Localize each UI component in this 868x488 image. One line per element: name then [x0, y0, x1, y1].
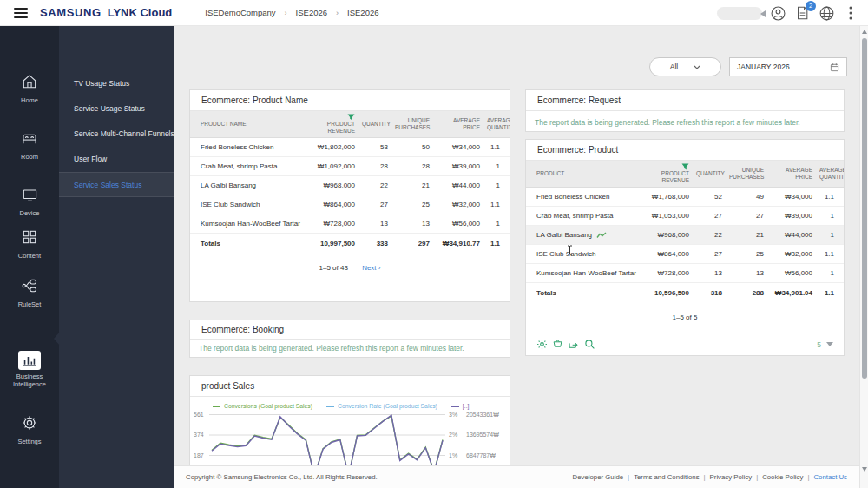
table-cell: ₩728,000	[301, 220, 358, 228]
card-ecommerce-request: Ecommerce: Request The report data is be…	[525, 89, 845, 132]
notification-badge: 2	[806, 1, 816, 11]
card-product-sales: product Sales Conversions (Goal product …	[189, 375, 510, 466]
column-header[interactable]: QUANTITY	[693, 170, 726, 177]
table-row[interactable]: ISE Club Sandwich₩864,0002725₩32,0001.1	[526, 245, 844, 264]
submenu-item-service-sales-status[interactable]: Service Sales Status	[59, 172, 174, 197]
column-header[interactable]: AVERAGE PRICE	[433, 117, 483, 131]
table-cell: ₩56,000	[767, 269, 816, 277]
account-button[interactable]	[769, 4, 786, 22]
app-logo[interactable]: SAMSUNG LYNK Cloud	[40, 6, 172, 19]
y-axis-tick: 187	[194, 452, 204, 458]
table-cell: ₩968,000	[637, 231, 693, 239]
sidebar-item-device[interactable]: Device	[0, 187, 59, 217]
column-header[interactable]: PRODUCT REVENUE	[301, 114, 358, 135]
submenu-item-tv-usage-status[interactable]: TV Usage Status	[59, 71, 174, 96]
legend-item-conversions[interactable]: Conversions (Goal product Sales)	[213, 403, 312, 409]
category-filter-dropdown[interactable]: All	[649, 57, 721, 76]
copyright-text: Copyright © Samsung Electronics Co., Ltd…	[186, 473, 378, 481]
export-button[interactable]	[568, 339, 580, 350]
table-row[interactable]: Kumsoojan Han-WooBeef Tartar B...₩728,00…	[526, 264, 844, 283]
zoom-search-button[interactable]	[584, 339, 595, 350]
right-axis-won-tick: 13695574₩	[466, 432, 499, 438]
ecommerce-button[interactable]	[552, 339, 563, 350]
breadcrumb-site[interactable]: ISE2026	[296, 8, 327, 17]
column-header[interactable]: QUANTITY	[358, 121, 391, 128]
totals-cell: 10,596,500	[637, 289, 693, 297]
table-cell: 1	[816, 231, 844, 239]
table-row[interactable]: LA Galbi Bansang₩968,0002221₩44,0001	[190, 176, 510, 195]
page-size-value: 5	[817, 340, 821, 349]
table-cell: 28	[358, 162, 391, 170]
table-row[interactable]: Fried Boneless Chicken₩1,768,0005249₩34,…	[526, 188, 844, 207]
totals-cell: ₩34,901.04	[767, 289, 816, 297]
totals-cell: 333	[358, 240, 391, 247]
sidebar-item-home[interactable]: Home	[0, 73, 59, 104]
page-size-select[interactable]: 5	[817, 340, 833, 349]
legend-item-truncated[interactable]: [..]	[451, 403, 470, 409]
submenu-item-user-flow[interactable]: User Flow	[59, 147, 174, 172]
table-cell: ₩864,000	[301, 201, 358, 208]
table-row[interactable]: Kumsoojan Han-WooBeef Tartar B...₩728,00…	[190, 214, 510, 234]
scrollbar-thumb[interactable]	[862, 38, 867, 379]
table-row[interactable]: Crab Meat, shrimp Pasta₩1,053,0002727₩39…	[526, 207, 844, 226]
table-cell: Kumsoojan Han-WooBeef Tartar B...	[190, 220, 301, 228]
table-cell: 50	[391, 143, 433, 151]
notifications-button[interactable]: 2	[793, 4, 811, 22]
developer-guide-link[interactable]: Developer Guide	[573, 473, 624, 481]
right-axis-pct-tick: 1%	[449, 452, 457, 458]
report-generating-message: The report data is being generated. Plea…	[190, 340, 510, 360]
table-cell: ISE Club Sandwich	[526, 250, 637, 258]
language-button[interactable]	[818, 4, 835, 22]
sidebar-item-ruleset[interactable]: RuleSet	[0, 277, 59, 308]
toolbar-icons	[536, 339, 595, 350]
search-collapse-arrow-icon	[760, 10, 766, 17]
breadcrumb-project[interactable]: ISE2026	[347, 8, 378, 17]
terms-link[interactable]: Terms and Conditions	[634, 473, 699, 481]
table-row[interactable]: LA Galbi Bansang₩968,0002221₩44,0001	[526, 226, 844, 245]
sidebar-item-business-intelligence[interactable]: BusinessIntelligence	[0, 351, 59, 389]
submenu-item-service-multi-channel-funnels[interactable]: Service Multi-Channel Funnels	[59, 122, 174, 147]
sidebar-item-settings[interactable]: Settings	[0, 414, 59, 445]
column-header[interactable]: PRODUCT NAME	[190, 121, 301, 128]
table-row[interactable]: Fried Boneless Chicken₩1,802,0005350₩34,…	[190, 138, 510, 157]
column-header[interactable]: AVERAGE QUANTITY	[816, 167, 844, 181]
table-row[interactable]: Crab Meat, shrimp Pasta₩1,092,0002828₩39…	[190, 157, 510, 176]
sidebar-item-content[interactable]: Content	[0, 228, 59, 260]
chart-title: product Sales	[190, 376, 510, 397]
column-header[interactable]: AVERAGE QUANTITY	[483, 117, 510, 131]
person-icon	[770, 5, 786, 22]
trend-sparkline-icon	[596, 232, 607, 239]
scroll-up-arrow-icon[interactable]	[862, 30, 867, 34]
pagination-next-link[interactable]: Next ›	[362, 264, 380, 272]
hamburger-menu-icon[interactable]	[14, 8, 28, 18]
table-cell: 49	[726, 193, 767, 201]
privacy-link[interactable]: Privacy Policy	[710, 473, 753, 481]
scroll-down-arrow-icon[interactable]	[862, 467, 867, 472]
legend-item-conversion-rate[interactable]: Conversion Rate (Goal product Sales)	[326, 403, 437, 409]
column-header[interactable]: UNIQUE PURCHASES	[726, 167, 767, 181]
month-picker[interactable]: JANUARY 2026	[729, 57, 847, 76]
table-cell: 1.1	[816, 193, 844, 201]
table-settings-button[interactable]	[536, 339, 548, 350]
column-header[interactable]: AVERAGE PRICE	[767, 167, 816, 181]
cookie-link[interactable]: Cookie Policy	[762, 473, 803, 481]
column-header[interactable]: PRODUCT	[526, 170, 637, 177]
table-cell: 22	[693, 231, 726, 239]
search-collapsed-field[interactable]	[717, 7, 762, 20]
table-row[interactable]: ISE Club Sandwich₩864,0002725₩32,0001.1	[190, 195, 510, 214]
submenu-item-service-usage-status[interactable]: Service Usage Status	[59, 96, 174, 122]
table-cell: 13	[391, 220, 433, 228]
breadcrumb-company[interactable]: ISEDemoCompany	[205, 8, 275, 17]
table-cell: ₩32,000	[767, 250, 816, 258]
contact-us-link[interactable]: Contact Us	[813, 473, 847, 481]
column-header[interactable]: UNIQUE PURCHASES	[391, 117, 433, 131]
table-cell: 25	[391, 201, 433, 208]
table-cell: ₩56,000	[433, 220, 483, 228]
column-header[interactable]: PRODUCT REVENUE	[637, 163, 693, 184]
sidebar-item-room[interactable]: Room	[0, 129, 59, 161]
vertical-scrollbar[interactable]	[859, 26, 868, 488]
samsung-wordmark: SAMSUNG	[40, 6, 102, 19]
table-cell: ₩1,053,000	[637, 212, 693, 220]
table-cell: ₩34,000	[433, 143, 483, 151]
more-menu-button[interactable]	[842, 4, 859, 22]
